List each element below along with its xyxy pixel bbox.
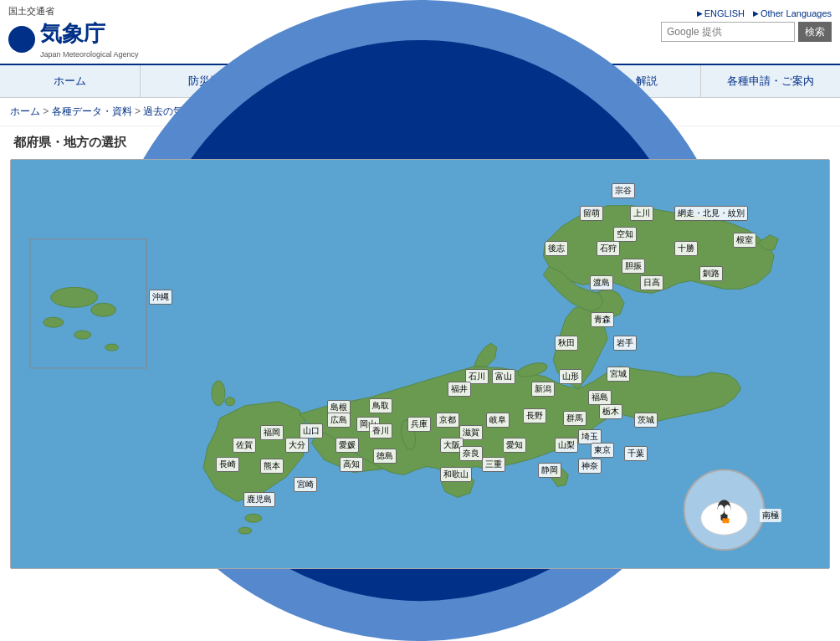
map-svg <box>11 160 829 568</box>
region-wakayama[interactable]: 和歌山 <box>440 467 472 482</box>
region-nagano[interactable]: 長野 <box>523 408 546 423</box>
region-toyama[interactable]: 富山 <box>492 369 515 384</box>
region-kochi[interactable]: 高知 <box>340 457 363 472</box>
region-iburi[interactable]: 胆振 <box>622 259 645 274</box>
region-souchi[interactable]: 宗谷 <box>612 183 635 198</box>
region-kanagawa[interactable]: 神奈 <box>578 459 602 474</box>
region-kumamoto[interactable]: 熊本 <box>260 459 284 474</box>
region-ehime[interactable]: 愛媛 <box>335 438 359 453</box>
region-kagoshima[interactable]: 鹿児島 <box>243 492 275 507</box>
svg-rect-33 <box>723 518 726 523</box>
svg-point-31 <box>718 505 725 515</box>
agency-logo: 気 気象庁 Japan Meteorological Agency <box>8 19 139 59</box>
region-iwate[interactable]: 岩手 <box>613 336 637 351</box>
region-yamagata[interactable]: 山形 <box>559 369 582 384</box>
header: 国土交通省 気 気象庁 Japan Meteorological Agency … <box>0 0 840 65</box>
svg-point-12 <box>245 514 262 522</box>
region-fukui[interactable]: 福井 <box>448 382 471 397</box>
svg-point-7 <box>74 331 91 339</box>
agency-icon: 気 <box>8 26 35 53</box>
region-shizuoka[interactable]: 静岡 <box>538 463 561 478</box>
region-kamikawa[interactable]: 上川 <box>630 206 653 221</box>
svg-point-13 <box>238 527 252 534</box>
region-hiroshima[interactable]: 広島 <box>327 413 351 428</box>
region-gifu[interactable]: 岐阜 <box>486 413 510 428</box>
svg-rect-34 <box>726 518 730 523</box>
svg-point-6 <box>44 317 64 327</box>
svg-point-8 <box>105 344 119 351</box>
region-rumoi[interactable]: 留萌 <box>580 206 603 221</box>
region-nara[interactable]: 奈良 <box>459 446 483 461</box>
region-okinawa[interactable]: 沖縄 <box>149 290 172 305</box>
region-yamanashi[interactable]: 山梨 <box>555 438 578 453</box>
region-hyogo[interactable]: 兵庫 <box>407 417 431 432</box>
region-nemuro[interactable]: 根室 <box>733 233 756 248</box>
svg-point-5 <box>91 303 116 316</box>
svg-point-32 <box>725 505 731 515</box>
region-aomori[interactable]: 青森 <box>591 312 614 327</box>
region-shiribeshi[interactable]: 後志 <box>545 241 568 256</box>
region-tokachi[interactable]: 十勝 <box>674 241 698 256</box>
region-nagasaki[interactable]: 長崎 <box>216 457 239 472</box>
region-tokushima[interactable]: 徳島 <box>373 449 397 464</box>
region-sorachi[interactable]: 空知 <box>613 227 637 242</box>
region-tochigi[interactable]: 栃木 <box>599 404 622 419</box>
region-ishikari[interactable]: 石狩 <box>597 241 620 256</box>
region-akita[interactable]: 秋田 <box>555 336 578 351</box>
map-container: 沖縄 宗谷 留萌 上川 空知 網走・北見・紋別 石狩 後志 胆振 十勝 根室 渡… <box>10 159 830 569</box>
region-niigata[interactable]: 新潟 <box>531 382 555 397</box>
region-saga[interactable]: 佐賀 <box>233 438 256 453</box>
region-hidaka[interactable]: 日高 <box>640 275 663 290</box>
region-abashiri[interactable]: 網走・北見・紋別 <box>674 206 748 221</box>
region-tottori[interactable]: 鳥取 <box>369 398 392 413</box>
svg-point-10 <box>212 381 225 406</box>
region-chiba[interactable]: 千葉 <box>624 446 648 461</box>
region-mie[interactable]: 三重 <box>482 457 505 472</box>
region-oshima[interactable]: 渡島 <box>590 275 613 290</box>
region-ibaraki[interactable]: 茨城 <box>634 413 658 428</box>
logo-area: 国土交通省 気 気象庁 Japan Meteorological Agency <box>8 5 139 59</box>
svg-point-11 <box>225 397 235 406</box>
region-aichi[interactable]: 愛知 <box>503 438 526 453</box>
region-tokyo[interactable]: 東京 <box>591 443 614 458</box>
region-fukuoka[interactable]: 福岡 <box>260 425 284 440</box>
region-miyazaki[interactable]: 宮崎 <box>294 477 317 492</box>
region-fukushima[interactable]: 福島 <box>588 390 612 405</box>
region-miyagi[interactable]: 宮城 <box>607 367 630 382</box>
region-kagawa[interactable]: 香川 <box>369 423 392 438</box>
region-antarctica-label: 南極 <box>760 509 781 522</box>
region-kushiro[interactable]: 釧路 <box>699 266 723 281</box>
region-gunma[interactable]: 群馬 <box>563 411 586 426</box>
svg-point-4 <box>51 287 98 307</box>
region-yamaguchi[interactable]: 山口 <box>300 423 323 438</box>
region-oita[interactable]: 大分 <box>285 438 309 453</box>
region-kyoto[interactable]: 京都 <box>436 413 459 428</box>
